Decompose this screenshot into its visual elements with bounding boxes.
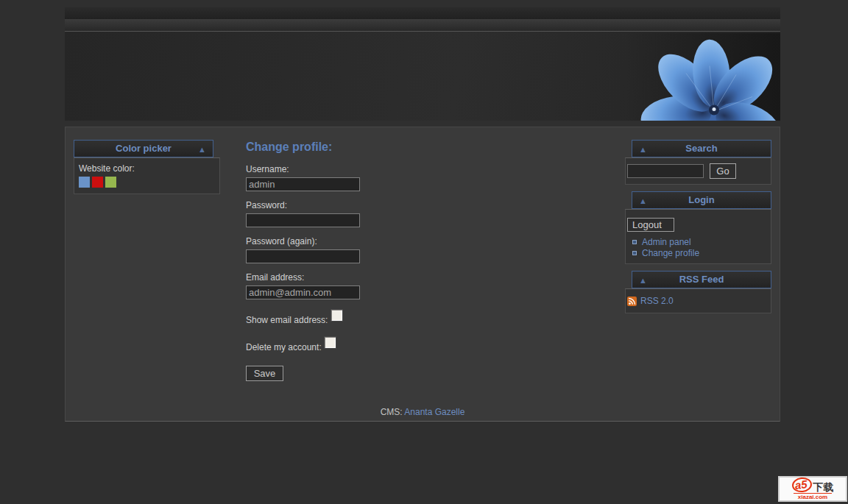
watermark-chinese-text: 下载 — [813, 482, 833, 492]
password-label: Password: — [246, 200, 599, 210]
page-title: Change profile: — [246, 141, 599, 154]
login-box-header[interactable]: ▲ Login — [632, 191, 771, 209]
color-swatch-green[interactable] — [105, 177, 116, 188]
login-title: Login — [688, 194, 714, 205]
email-label: Email address: — [246, 272, 599, 283]
login-box-body: Logout Admin panel Change profile — [625, 209, 771, 264]
search-input[interactable] — [627, 164, 704, 178]
collapse-arrow-icon[interactable]: ▲ — [639, 141, 647, 157]
main-content: Change profile: Username: Password: Pass… — [246, 141, 599, 381]
site-header — [65, 7, 780, 121]
collapse-arrow-icon[interactable]: ▲ — [198, 141, 206, 157]
search-title: Search — [685, 143, 717, 154]
cms-link[interactable]: Ananta Gazelle — [404, 407, 464, 417]
list-item: Admin panel — [627, 236, 771, 247]
blue-flower-image — [624, 33, 780, 121]
left-sidebar: Color picker ▲ Website color: — [74, 140, 220, 201]
delete-account-group: Delete my account: — [246, 336, 599, 352]
list-item: Change profile — [627, 247, 771, 258]
password-again-label: Password (again): — [246, 236, 599, 246]
collapse-arrow-icon[interactable]: ▲ — [639, 272, 647, 288]
header-top-strip — [65, 7, 780, 20]
watermark-domain-text: xiazai.com — [794, 493, 832, 500]
color-swatch-blue[interactable] — [79, 177, 90, 188]
email-field[interactable] — [246, 285, 360, 299]
collapse-arrow-icon[interactable]: ▲ — [639, 193, 647, 209]
password-again-group: Password (again): — [246, 236, 599, 263]
color-picker-box-header[interactable]: Color picker ▲ — [74, 140, 213, 157]
login-links-list: Admin panel Change profile — [627, 236, 771, 258]
login-box: ▲ Login Logout Admin panel Change profil… — [625, 191, 771, 264]
header-nav-strip — [65, 20, 780, 32]
rss-2-link[interactable]: RSS 2.0 — [640, 296, 674, 306]
cms-label: CMS: — [381, 407, 403, 417]
delete-account-checkbox[interactable] — [324, 336, 336, 349]
email-group: Email address: — [246, 272, 599, 299]
password-field[interactable] — [246, 213, 360, 227]
footer: CMS: Ananta Gazelle — [66, 407, 780, 417]
xiazai-watermark-logo: a5 下载 xiazai.com — [778, 476, 847, 502]
watermark-top-row: a5 下载 — [792, 478, 834, 492]
password-group: Password: — [246, 200, 599, 227]
color-swatches — [79, 177, 215, 188]
search-box-body: Go — [625, 157, 771, 185]
color-picker-box: Color picker ▲ Website color: — [74, 140, 220, 194]
square-bullet-icon — [632, 251, 637, 255]
search-box-header[interactable]: ▲ Search — [632, 140, 771, 157]
search-box: ▲ Search Go — [625, 140, 771, 185]
rss-icon — [627, 297, 637, 306]
color-picker-body: Website color: — [74, 157, 220, 194]
content-area: Color picker ▲ Website color: Change pro… — [65, 127, 780, 422]
username-label: Username: — [246, 164, 599, 174]
show-email-label: Show email address: — [246, 315, 328, 325]
square-bullet-icon — [632, 240, 637, 244]
username-group: Username: — [246, 164, 599, 191]
admin-panel-link[interactable]: Admin panel — [642, 237, 691, 247]
delete-account-label: Delete my account: — [246, 342, 322, 352]
color-swatch-red[interactable] — [92, 177, 103, 188]
change-profile-link[interactable]: Change profile — [642, 248, 699, 258]
website-color-label: Website color: — [79, 163, 215, 174]
right-sidebar: ▲ Search Go ▲ Login Logout Admin panel — [625, 140, 771, 320]
rss-title: RSS Feed — [679, 274, 724, 285]
password-again-field[interactable] — [246, 249, 360, 263]
rss-box-body: RSS 2.0 — [625, 288, 771, 313]
color-picker-title: Color picker — [116, 143, 172, 154]
show-email-checkbox[interactable] — [331, 309, 343, 322]
rss-feed-box: ▲ RSS Feed RSS 2.0 — [625, 271, 771, 313]
save-button[interactable]: Save — [246, 366, 283, 381]
logout-button[interactable]: Logout — [627, 218, 674, 232]
show-email-group: Show email address: — [246, 308, 599, 325]
username-field[interactable] — [246, 177, 360, 191]
header-banner — [65, 32, 780, 121]
search-go-button[interactable]: Go — [710, 163, 736, 179]
a5-logo-icon: a5 — [791, 477, 813, 494]
rss-box-header[interactable]: ▲ RSS Feed — [632, 271, 771, 288]
